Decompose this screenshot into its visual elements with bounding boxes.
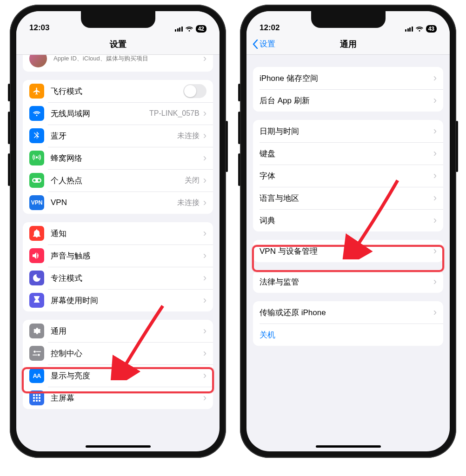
chevron-icon: › bbox=[203, 294, 206, 306]
homescreen-row[interactable]: 主屏幕 › bbox=[23, 387, 213, 409]
home-indicator[interactable] bbox=[316, 445, 381, 448]
display-icon: AA bbox=[29, 368, 44, 383]
svg-point-0 bbox=[33, 350, 36, 353]
shutdown-row[interactable]: 关机 bbox=[253, 324, 443, 346]
airplane-label: 飞行模式 bbox=[51, 86, 183, 97]
battery-icon: 42 bbox=[196, 25, 206, 33]
screentime-row[interactable]: 屏幕使用时间 › bbox=[23, 289, 213, 311]
status-time: 12:03 bbox=[29, 23, 49, 33]
hourglass-icon bbox=[29, 293, 44, 308]
svg-rect-3 bbox=[33, 355, 38, 356]
nav-bar: 设置 通用 bbox=[246, 33, 450, 55]
sounds-label: 声音与触感 bbox=[51, 251, 201, 261]
wifi-row[interactable]: 无线局域网 TP-LINK_057B › bbox=[23, 102, 213, 125]
avatar bbox=[29, 55, 47, 67]
vpn-label: VPN bbox=[51, 198, 177, 207]
notch bbox=[81, 11, 155, 28]
chevron-icon: › bbox=[433, 72, 437, 84]
svg-rect-7 bbox=[33, 397, 35, 399]
bg-app-refresh-row[interactable]: 后台 App 刷新 › bbox=[253, 89, 443, 112]
keyboard-label: 键盘 bbox=[260, 148, 432, 159]
fonts-row[interactable]: 字体 › bbox=[253, 165, 443, 187]
svg-rect-12 bbox=[39, 400, 40, 402]
focus-label: 专注模式 bbox=[51, 273, 201, 284]
moon-icon bbox=[29, 271, 44, 285]
svg-rect-8 bbox=[36, 397, 38, 399]
airplane-toggle[interactable] bbox=[183, 84, 206, 98]
notifications-row[interactable]: 通知 › bbox=[23, 222, 213, 245]
keyboard-row[interactable]: 键盘 › bbox=[253, 142, 443, 165]
wifi-icon bbox=[415, 26, 424, 32]
chevron-icon: › bbox=[203, 174, 206, 186]
hotspot-row[interactable]: 个人热点 关闭 › bbox=[23, 169, 213, 192]
speaker-icon bbox=[29, 248, 44, 263]
chevron-icon: › bbox=[203, 55, 206, 65]
back-button[interactable]: 设置 bbox=[252, 39, 275, 49]
svg-rect-4 bbox=[33, 394, 35, 396]
chevron-icon: › bbox=[433, 192, 437, 204]
bg-app-refresh-label: 后台 App 刷新 bbox=[260, 95, 432, 106]
bell-icon bbox=[29, 226, 44, 241]
language-row[interactable]: 语言与地区 › bbox=[253, 187, 443, 209]
legal-label: 法律与监管 bbox=[260, 277, 432, 287]
vpn-device-mgmt-row[interactable]: VPN 与设备管理 › bbox=[253, 240, 443, 262]
sounds-row[interactable]: 声音与触感 › bbox=[23, 245, 213, 267]
page-title: 设置 bbox=[110, 39, 126, 50]
cellular-label: 蜂窝网络 bbox=[51, 153, 201, 164]
bluetooth-row[interactable]: 蓝牙 未连接 › bbox=[23, 125, 213, 147]
general-row[interactable]: 通用 › bbox=[23, 320, 213, 342]
vpn-value: 未连接 bbox=[177, 198, 200, 208]
cellular-icon bbox=[29, 151, 44, 165]
vpn-row[interactable]: VPN VPN 未连接 › bbox=[23, 192, 213, 214]
control-center-row[interactable]: 控制中心 › bbox=[23, 342, 213, 364]
airplane-mode-row[interactable]: 飞行模式 bbox=[23, 80, 213, 102]
chevron-icon: › bbox=[203, 152, 206, 164]
signal-icon bbox=[405, 26, 413, 32]
dictionary-label: 词典 bbox=[260, 215, 432, 226]
airplane-icon bbox=[29, 84, 44, 99]
bluetooth-label: 蓝牙 bbox=[51, 131, 177, 141]
chevron-icon: › bbox=[433, 245, 437, 257]
notifications-label: 通知 bbox=[51, 228, 201, 239]
hotspot-icon bbox=[29, 173, 44, 188]
phone-right: 12:02 43 设置 通用 iPhone 储存空间 › 后台 App 刷新 bbox=[240, 5, 456, 458]
grid-icon bbox=[29, 390, 44, 405]
chevron-icon: › bbox=[433, 170, 437, 182]
chevron-icon: › bbox=[433, 276, 437, 288]
svg-rect-11 bbox=[36, 400, 38, 402]
transfer-row[interactable]: 传输或还原 iPhone › bbox=[253, 301, 443, 324]
chevron-icon: › bbox=[203, 392, 206, 404]
svg-point-2 bbox=[38, 354, 40, 356]
screentime-label: 屏幕使用时间 bbox=[51, 295, 201, 306]
focus-row[interactable]: 专注模式 › bbox=[23, 267, 213, 289]
chevron-icon: › bbox=[433, 306, 437, 318]
display-label: 显示与亮度 bbox=[51, 370, 201, 381]
datetime-label: 日期与时间 bbox=[260, 126, 432, 137]
transfer-label: 传输或还原 iPhone bbox=[260, 307, 432, 318]
chevron-icon: › bbox=[203, 370, 206, 382]
apple-id-row[interactable]: Apple ID、iCloud、媒体与购买项目 › bbox=[23, 55, 213, 72]
storage-row[interactable]: iPhone 储存空间 › bbox=[253, 67, 443, 89]
bluetooth-icon bbox=[29, 128, 44, 143]
storage-label: iPhone 储存空间 bbox=[260, 73, 432, 84]
general-label: 通用 bbox=[51, 326, 201, 337]
nav-bar: 设置 bbox=[16, 33, 220, 55]
legal-row[interactable]: 法律与监管 › bbox=[253, 271, 443, 293]
cellular-row[interactable]: 蜂窝网络 › bbox=[23, 147, 213, 169]
dictionary-row[interactable]: 词典 › bbox=[253, 209, 443, 231]
chevron-icon: › bbox=[203, 272, 206, 284]
svg-rect-6 bbox=[39, 394, 40, 396]
display-row[interactable]: AA 显示与亮度 › bbox=[23, 364, 213, 387]
chevron-icon: › bbox=[433, 214, 437, 226]
chevron-icon: › bbox=[203, 347, 206, 359]
control-center-label: 控制中心 bbox=[51, 348, 201, 359]
chevron-icon: › bbox=[203, 227, 206, 239]
sliders-icon bbox=[29, 346, 44, 361]
chevron-icon: › bbox=[433, 147, 437, 159]
wifi-icon bbox=[185, 26, 193, 32]
vpn-device-mgmt-label: VPN 与设备管理 bbox=[260, 246, 432, 257]
fonts-label: 字体 bbox=[260, 171, 432, 181]
svg-rect-10 bbox=[33, 400, 35, 402]
home-indicator[interactable] bbox=[86, 445, 151, 448]
datetime-row[interactable]: 日期与时间 › bbox=[253, 120, 443, 142]
